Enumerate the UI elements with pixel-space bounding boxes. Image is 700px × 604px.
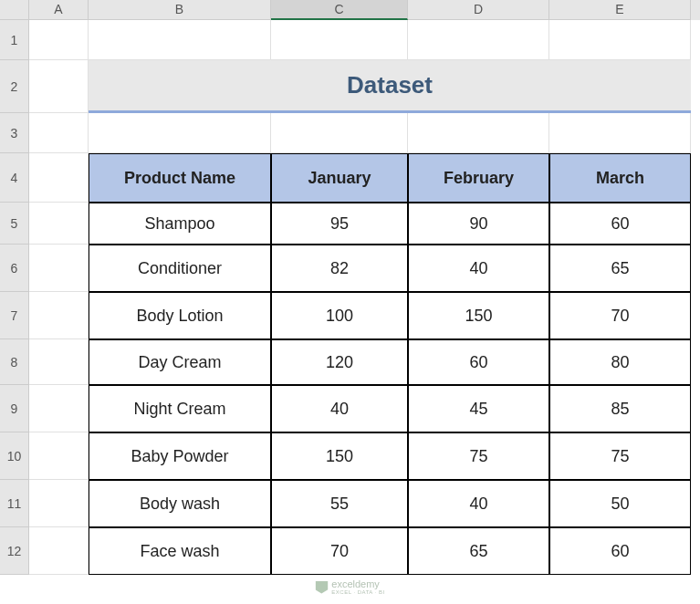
- row-header-6[interactable]: 6: [0, 245, 29, 292]
- table-cell[interactable]: 50: [549, 480, 691, 527]
- table-cell[interactable]: 55: [271, 480, 408, 527]
- table-cell[interactable]: 65: [408, 527, 549, 575]
- table-cell[interactable]: Conditioner: [89, 245, 271, 292]
- table-cell[interactable]: 100: [271, 292, 408, 339]
- table-cell[interactable]: 150: [408, 292, 549, 339]
- column-header-d[interactable]: D: [408, 0, 549, 20]
- row-header-7[interactable]: 7: [0, 292, 29, 339]
- column-header-b[interactable]: B: [89, 0, 271, 20]
- header-march[interactable]: March: [549, 153, 691, 203]
- table-cell[interactable]: 75: [549, 432, 691, 480]
- table-row: Shampoo959060: [89, 203, 691, 245]
- column-header-a[interactable]: A: [29, 0, 89, 20]
- table-cell[interactable]: 70: [549, 292, 691, 339]
- column-header-c[interactable]: C: [271, 0, 408, 20]
- table-cell[interactable]: 85: [549, 385, 691, 432]
- watermark: exceldemy EXCEL · DATA · BI: [315, 579, 384, 595]
- table-cell[interactable]: 75: [408, 432, 549, 480]
- table-cell[interactable]: 82: [271, 245, 408, 292]
- dataset-title[interactable]: Dataset: [89, 60, 691, 113]
- table-cell[interactable]: 120: [271, 339, 408, 385]
- table-row: Body wash554050: [89, 480, 691, 527]
- grid-cells[interactable]: Dataset Product Name January February Ma…: [29, 20, 700, 575]
- table-cell[interactable]: 150: [271, 432, 408, 480]
- grid-body: 1 2 3 4 5 6 7 8 9 10 11 12 Datase: [0, 20, 700, 575]
- table-cell[interactable]: 65: [549, 245, 691, 292]
- table-cell[interactable]: 80: [549, 339, 691, 385]
- row-header-10[interactable]: 10: [0, 432, 29, 480]
- header-january[interactable]: January: [271, 153, 408, 203]
- watermark-tagline: EXCEL · DATA · BI: [331, 589, 384, 595]
- column-header-e[interactable]: E: [549, 0, 691, 20]
- row-header-8[interactable]: 8: [0, 339, 29, 385]
- table-cell[interactable]: 60: [408, 339, 549, 385]
- table-header-row: Product Name January February March: [89, 153, 691, 203]
- table-cell[interactable]: 60: [549, 527, 691, 575]
- table-cell[interactable]: 60: [549, 203, 691, 245]
- row-headers-column: 1 2 3 4 5 6 7 8 9 10 11 12: [0, 20, 29, 575]
- table-cell[interactable]: Body Lotion: [89, 292, 271, 339]
- table-cell[interactable]: 40: [271, 385, 408, 432]
- row-header-1[interactable]: 1: [0, 20, 29, 60]
- exceldemy-logo-icon: [315, 581, 328, 594]
- table-cell[interactable]: 95: [271, 203, 408, 245]
- table-cell[interactable]: Baby Powder: [89, 432, 271, 480]
- table-cell[interactable]: Night Cream: [89, 385, 271, 432]
- table-row: Body Lotion10015070: [89, 292, 691, 339]
- row-header-9[interactable]: 9: [0, 385, 29, 432]
- spreadsheet: A B C D E 1 2 3 4 5 6 7 8 9 10 11 12: [0, 0, 700, 575]
- table-row: Face wash706560: [89, 527, 691, 575]
- table-cell[interactable]: 45: [408, 385, 549, 432]
- table-cell[interactable]: 90: [408, 203, 549, 245]
- row-header-3[interactable]: 3: [0, 113, 29, 153]
- table-row: Day Cream1206080: [89, 339, 691, 385]
- table-cell[interactable]: Day Cream: [89, 339, 271, 385]
- row-header-2[interactable]: 2: [0, 60, 29, 113]
- table-cell[interactable]: 70: [271, 527, 408, 575]
- watermark-brand: exceldemy: [331, 579, 384, 589]
- row-header-4[interactable]: 4: [0, 153, 29, 203]
- data-table: Product Name January February March Sham…: [89, 153, 691, 575]
- table-cell[interactable]: 40: [408, 480, 549, 527]
- row-header-12[interactable]: 12: [0, 527, 29, 575]
- header-february[interactable]: February: [408, 153, 549, 203]
- table-row: Conditioner824065: [89, 245, 691, 292]
- table-cell[interactable]: Body wash: [89, 480, 271, 527]
- table-cell[interactable]: 40: [408, 245, 549, 292]
- header-product-name[interactable]: Product Name: [89, 153, 271, 203]
- column-headers-row: A B C D E: [0, 0, 700, 20]
- table-cell[interactable]: Shampoo: [89, 203, 271, 245]
- select-all-corner[interactable]: [0, 0, 29, 20]
- table-row: Night Cream404585: [89, 385, 691, 432]
- row-header-5[interactable]: 5: [0, 203, 29, 245]
- table-cell[interactable]: Face wash: [89, 527, 271, 575]
- row-header-11[interactable]: 11: [0, 480, 29, 527]
- table-row: Baby Powder1507575: [89, 432, 691, 480]
